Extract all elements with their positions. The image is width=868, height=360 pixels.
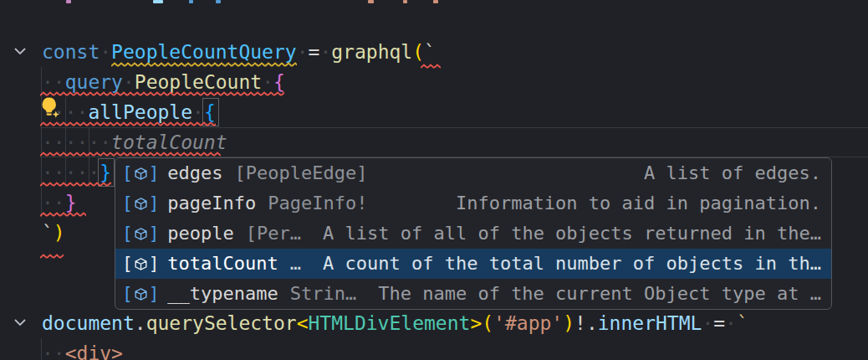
code-line-queryselector[interactable]: document.querySelector<HTMLDivElement>('…: [42, 308, 748, 338]
error-squiggle: [421, 64, 441, 69]
code-token: <: [297, 312, 309, 334]
suggestion-description: A list of all of the objects returned in…: [323, 219, 821, 249]
whitespace-dot: ·: [123, 71, 135, 93]
suggestion-type: PageInfo!: [268, 188, 367, 219]
code-token: HTMLDivElement: [309, 312, 471, 334]
code-token: =: [713, 312, 725, 334]
whitespace-dot: ·: [297, 41, 309, 63]
code-token: ): [54, 222, 65, 244]
code-token: {: [273, 71, 285, 93]
suggestion-label: edges: [167, 158, 222, 188]
symbol-field-icon: []: [122, 219, 159, 249]
clipped-glyph-fragment: [189, 0, 193, 3]
code-token: const: [42, 41, 100, 63]
code-token: allPeople: [88, 101, 192, 123]
code-token: querySelector: [146, 312, 297, 334]
code-token: }: [65, 192, 77, 213]
suggestion-description: A count of the total number of objects i…: [323, 249, 821, 279]
suggestion-label: __typename: [167, 279, 278, 309]
whitespace-dot: ·····: [42, 162, 100, 183]
whitespace-dot: ·: [725, 312, 737, 334]
whitespace-dot: ·: [100, 41, 111, 63]
suggestion-item-people[interactable]: [] people [Per… A list of all of the obj…: [115, 219, 831, 249]
code-token: <div>: [65, 342, 123, 360]
error-squiggle: [40, 121, 216, 127]
code-token: (: [412, 41, 424, 63]
clipped-glyph-fragment: [433, 0, 438, 3]
suggest-widget: [] edges [PeopleEdge] A list of edges. […: [115, 157, 832, 310]
symbol-field-icon: []: [122, 249, 159, 279]
suggestion-description: Information to aid in pagination.: [456, 188, 821, 219]
suggestion-type: …: [290, 249, 301, 279]
whitespace-dot: ·: [262, 71, 273, 93]
code-token: query: [65, 71, 123, 93]
clipped-glyph-fragment: [368, 0, 374, 3]
clipped-glyph-fragment: [153, 0, 163, 3]
lightbulb-sparkle-icon[interactable]: [37, 95, 64, 124]
clipped-glyph-fragment: [403, 0, 407, 3]
error-squiggle: [40, 212, 86, 218]
whitespace-dot: ·: [702, 312, 713, 334]
code-token: '#app': [493, 312, 563, 334]
code-token: PeopleCountQuery: [111, 41, 297, 63]
code-editor: const·PeopleCountQuery·=·graphql(` ··que…: [0, 0, 868, 360]
fold-chevron-icon[interactable]: [11, 313, 29, 332]
clipped-glyph-fragment: [66, 0, 71, 3]
suggestion-type: [PeopleEdge]: [235, 158, 368, 188]
code-token: >: [470, 312, 482, 334]
suggestion-item-pageinfo[interactable]: [] pageInfo PageInfo! Information to aid…: [115, 188, 831, 219]
symbol-field-icon: []: [122, 279, 159, 309]
code-token: innerHTML: [598, 312, 702, 334]
suggestion-item-edges[interactable]: [] edges [PeopleEdge] A list of edges.: [115, 158, 831, 188]
symbol-field-icon: []: [122, 158, 159, 188]
fold-chevron-icon[interactable]: [11, 42, 29, 60]
suggestion-label: pageInfo: [167, 188, 256, 219]
code-token: `: [424, 41, 436, 63]
clipped-glyph-fragment: [216, 0, 221, 3]
whitespace-dot: ··: [42, 192, 65, 213]
suggestion-item-totalcount[interactable]: [] totalCount … A count of the total num…: [115, 249, 831, 279]
suggestion-item-typename[interactable]: [] __typename Strin… The name of the cur…: [115, 279, 831, 309]
symbol-field-icon: []: [122, 188, 159, 219]
code-line-div[interactable]: ··<div>: [42, 338, 123, 360]
code-token: PeopleCount: [135, 71, 262, 93]
code-token: !.: [574, 312, 598, 334]
whitespace-dot: ······: [42, 131, 111, 153]
code-token: (: [482, 312, 493, 334]
warning-squiggle: [111, 62, 297, 68]
code-token: `: [737, 312, 748, 334]
error-squiggle: [40, 152, 221, 157]
suggestion-type: Strin…: [290, 279, 356, 309]
code-token: ): [563, 312, 574, 334]
code-token: document: [42, 312, 135, 334]
whitespace-dot: ··: [42, 342, 65, 360]
error-squiggle: [40, 91, 284, 97]
suggestion-type: [Per…: [246, 219, 301, 249]
code-line-template-end[interactable]: `): [42, 218, 65, 248]
code-token: graphql: [331, 41, 412, 63]
error-squiggle: [40, 254, 64, 260]
error-squiggle: [40, 182, 111, 188]
code-token: =: [309, 41, 320, 63]
code-token: .: [135, 312, 146, 334]
suggestion-description: A list of edges.: [644, 158, 821, 188]
suggestion-description: The name of the current Object type at …: [378, 279, 821, 309]
suggestion-label: totalCount: [167, 249, 278, 279]
whitespace-dot: ·: [319, 41, 331, 63]
code-token: `: [42, 222, 54, 244]
ghost-text: totalCount: [111, 131, 227, 153]
whitespace-dot: ··: [42, 71, 65, 93]
suggestion-label: people: [167, 219, 233, 249]
